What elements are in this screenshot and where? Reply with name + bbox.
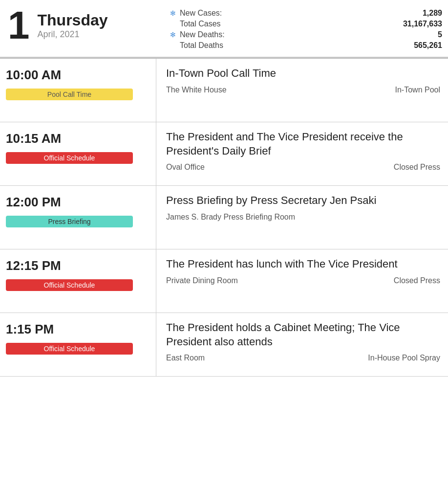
stat-value: 5 <box>319 29 444 40</box>
event-time: 10:15 AM <box>6 131 150 146</box>
snowflake-icon: ✻ <box>170 31 176 39</box>
time-col: 12:15 PM Official Schedule <box>0 249 156 313</box>
stat-value: 1,289 <box>319 8 444 19</box>
event-badge: Official Schedule <box>6 343 133 355</box>
event-title: In-Town Pool Call Time <box>166 67 440 81</box>
event-time: 12:00 PM <box>6 195 150 210</box>
time-col: 12:00 PM Press Briefing <box>0 186 156 249</box>
day-name-wrap: Thursday April, 2021 <box>38 11 108 40</box>
event-meta: Private Dining Room Closed Press <box>166 276 440 285</box>
stat-label: Total Deaths <box>178 40 319 51</box>
event-title: The President holds a Cabinet Meeting; T… <box>166 321 440 349</box>
event-col: The President and The Vice President rec… <box>156 122 448 185</box>
date-section: 1 Thursday April, 2021 <box>4 6 160 45</box>
schedule-row: 1:15 PM Official Schedule The President … <box>0 313 448 377</box>
snowflake-icon: ✻ <box>170 9 176 17</box>
schedule-row: 12:00 PM Press Briefing Press Briefing b… <box>0 186 448 249</box>
stat-label: New Deaths: <box>178 29 319 40</box>
event-access: Closed Press <box>394 163 440 172</box>
event-col: The President holds a Cabinet Meeting; T… <box>156 313 448 376</box>
event-location: The White House <box>166 86 227 94</box>
event-location: East Room <box>166 354 205 362</box>
event-access: In-House Pool Spray <box>368 354 440 362</box>
stat-label: New Cases: <box>178 8 319 19</box>
schedule-container: 10:00 AM Pool Call Time In-Town Pool Cal… <box>0 58 448 377</box>
stat-value: 565,261 <box>319 40 444 51</box>
time-col: 1:15 PM Official Schedule <box>0 313 156 376</box>
event-badge: Official Schedule <box>6 279 133 291</box>
event-col: In-Town Pool Call Time The White House I… <box>156 59 448 122</box>
stats-section: ✻ New Cases: 1,289 Total Cases 31,167,63… <box>160 6 444 51</box>
stat-value: 31,167,633 <box>319 19 444 29</box>
event-location: James S. Brady Press Briefing Room <box>166 213 295 222</box>
event-col: Press Briefing by Press Secretary Jen Ps… <box>156 186 448 249</box>
event-meta: The White House In-Town Pool <box>166 86 440 94</box>
event-meta: Oval Office Closed Press <box>166 163 440 172</box>
time-col: 10:15 AM Official Schedule <box>0 122 156 185</box>
event-meta: James S. Brady Press Briefing Room <box>166 213 440 222</box>
event-badge: Press Briefing <box>6 216 133 227</box>
month-year: April, 2021 <box>38 29 108 40</box>
header-section: 1 Thursday April, 2021 ✻ New Cases: 1,28… <box>0 0 448 58</box>
event-title: The President has lunch with The Vice Pr… <box>166 257 440 271</box>
event-badge: Pool Call Time <box>6 89 133 100</box>
event-access: In-Town Pool <box>395 86 441 94</box>
event-badge: Official Schedule <box>6 152 133 164</box>
stat-label: Total Cases <box>178 19 319 29</box>
schedule-row: 12:15 PM Official Schedule The President… <box>0 249 448 313</box>
event-title: The President and The Vice President rec… <box>166 130 440 158</box>
event-time: 12:15 PM <box>6 258 150 273</box>
event-title: Press Briefing by Press Secretary Jen Ps… <box>166 194 440 208</box>
day-name: Thursday <box>38 11 108 29</box>
day-number: 1 <box>4 6 30 45</box>
event-col: The President has lunch with The Vice Pr… <box>156 249 448 313</box>
event-time: 1:15 PM <box>6 322 150 337</box>
stats-table: ✻ New Cases: 1,289 Total Cases 31,167,63… <box>168 8 444 51</box>
event-location: Private Dining Room <box>166 276 238 285</box>
schedule-row: 10:00 AM Pool Call Time In-Town Pool Cal… <box>0 59 448 122</box>
event-meta: East Room In-House Pool Spray <box>166 354 440 362</box>
event-time: 10:00 AM <box>6 67 150 83</box>
time-col: 10:00 AM Pool Call Time <box>0 59 156 122</box>
schedule-row: 10:15 AM Official Schedule The President… <box>0 122 448 186</box>
event-location: Oval Office <box>166 163 205 172</box>
event-access: Closed Press <box>394 276 440 285</box>
